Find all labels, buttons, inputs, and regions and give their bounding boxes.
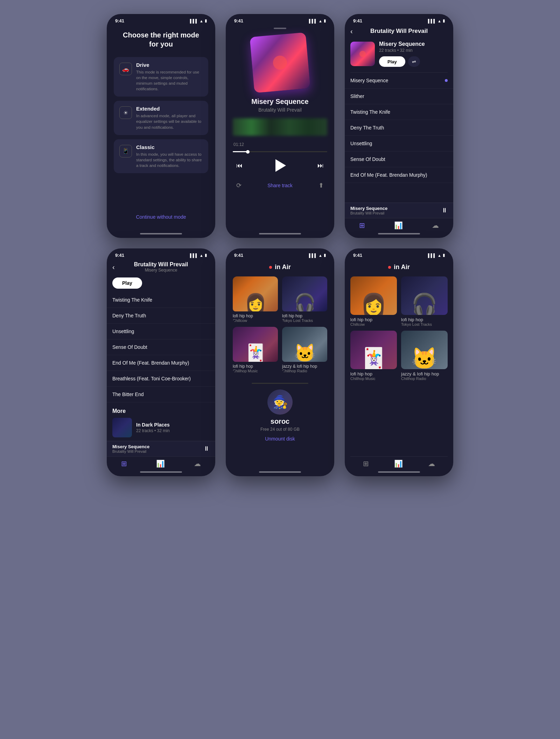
phone-now-playing: 9:41 ▌▌▌ ▲ ▮ Misery Sequence Brutality W… xyxy=(226,14,334,238)
p6-card-1[interactable]: 👩 lofi hip hop Chillcow xyxy=(350,276,397,326)
phone-choose-mode: 9:41 ▌▌▌ ▲ ▮ Choose the right modefor yo… xyxy=(107,14,215,238)
playing-indicator xyxy=(445,79,448,82)
play-album-button[interactable]: Play xyxy=(379,56,405,67)
progress-bar[interactable] xyxy=(233,151,327,152)
p6-card-2[interactable]: 🎧 lofi hip hop Tokyo Lost Tracks xyxy=(401,276,448,326)
share-track-button[interactable]: Share track xyxy=(267,183,293,188)
home-indicator-2 xyxy=(259,233,301,234)
album-meta: Misery Sequence 22 tracks • 32 min Play … xyxy=(379,41,425,67)
play-button[interactable] xyxy=(274,159,286,172)
phone-track-list: 9:41 ▌▌▌ ▲ ▮ ‹ Brutality Will Prevail Mi… xyxy=(107,248,215,476)
time-6: 9:41 xyxy=(353,253,362,258)
p6-card-3[interactable]: 🃏 lofi hip hop Chillhop Music xyxy=(350,331,397,381)
track-name-4: Deny The Truth xyxy=(350,125,384,131)
back-button-4[interactable]: ‹ xyxy=(112,263,115,271)
radio-card-1[interactable]: 👩 lofi hip hop Chillcow xyxy=(233,276,278,323)
signal-icon-4: ▌▌▌ xyxy=(190,253,198,258)
p6-figure-2: 🎧 xyxy=(411,294,438,315)
p4-track-name-2: Deny The Truth xyxy=(112,313,146,318)
back-button-3[interactable]: ‹ xyxy=(350,27,353,35)
progress-thumb xyxy=(246,150,250,154)
radio-art-1: 👩 xyxy=(233,276,278,311)
continue-without-mode[interactable]: Continue without mode xyxy=(114,207,208,225)
battery-icon: ▮ xyxy=(205,19,207,23)
waveform xyxy=(233,118,327,139)
phone-album-detail: 9:41 ▌▌▌ ▲ ▮ ‹ Brutality Will Prevail Mi… xyxy=(345,14,453,238)
radio-grid-screen: in Air 👩 lofi hip hop Chillcow 🎧 lofi hi… xyxy=(345,259,453,469)
track-item-1[interactable]: Misery Sequence xyxy=(345,73,453,89)
p6-source-3: Chillhop Music xyxy=(350,376,397,381)
track-item-2[interactable]: Slither xyxy=(345,89,453,104)
p4-track-3[interactable]: Unsettling xyxy=(107,324,215,339)
track-name-3: Twisting The Knife xyxy=(350,109,390,115)
track-name-2: Slither xyxy=(350,93,364,99)
album-art-small xyxy=(350,42,375,66)
radio-card-2[interactable]: 🎧 lofi hip hop Tokyo Lost Tracks xyxy=(282,276,327,323)
equalizer-nav-icon[interactable]: 📊 xyxy=(394,221,403,230)
prev-button[interactable] xyxy=(236,162,243,169)
cloud-nav-icon-6[interactable]: ☁ xyxy=(428,459,435,468)
next-button[interactable] xyxy=(317,162,324,169)
repeat-icon[interactable]: ⟳ xyxy=(236,182,241,189)
artist-name: Brutality Will Prevail xyxy=(251,107,308,113)
cloud-nav-icon-4[interactable]: ☁ xyxy=(194,459,201,468)
cloud-nav-icon[interactable]: ☁ xyxy=(432,221,439,230)
mode-card-drive[interactable]: 🚗 Drive This mode is recommended for use… xyxy=(114,57,208,97)
p4-track-4[interactable]: Sense Of Doubt xyxy=(107,339,215,355)
status-icons-5: ▌▌▌ ▲ ▮ xyxy=(309,253,326,258)
share-icon[interactable]: ⬆ xyxy=(318,182,324,189)
track-item-3[interactable]: Twisting The Knife xyxy=(345,104,453,120)
mode-card-classic[interactable]: 📱 Classic In this mode, you will have ac… xyxy=(114,139,208,173)
grid-nav-icon[interactable]: ⊞ xyxy=(359,221,365,230)
drive-mode-desc: This mode is recommended for use on the … xyxy=(136,69,203,92)
classic-mode-desc: In this mode, you will have access to st… xyxy=(136,152,203,168)
p6-art-2: 🎧 xyxy=(401,276,448,315)
track-name: Misery Sequence xyxy=(251,98,308,106)
extended-mode-desc: In advanced mode, all player and equaliz… xyxy=(136,113,203,130)
radio-source-4: Chillhop Radio xyxy=(282,369,327,373)
pause-button-3[interactable]: ⏸ xyxy=(441,207,448,214)
status-bar-6: 9:41 ▌▌▌ ▲ ▮ xyxy=(345,248,453,259)
home-indicator-4 xyxy=(140,471,182,473)
time-4: 9:41 xyxy=(115,253,124,258)
more-album-card[interactable]: In Dark Places 22 tracks • 32 min xyxy=(112,418,210,437)
status-bar-2: 9:41 ▌▌▌ ▲ ▮ xyxy=(226,14,334,25)
track-item-4[interactable]: Deny The Truth xyxy=(345,120,453,136)
radio-art-3: 🃏 xyxy=(233,327,278,362)
home-indicator-5 xyxy=(259,471,301,473)
radio-title-6: in Air xyxy=(394,263,410,271)
grid-nav-icon-4[interactable]: ⊞ xyxy=(121,459,127,468)
status-bar-1: 9:41 ▌▌▌ ▲ ▮ xyxy=(107,14,215,25)
p4-play-button[interactable]: Play xyxy=(112,277,142,289)
mini-track-info: Misery Sequence Brutality Will Prevail xyxy=(350,206,441,215)
p4-track-2[interactable]: Deny The Truth xyxy=(107,308,215,324)
grid-nav-icon-6[interactable]: ⊞ xyxy=(363,459,369,468)
album-action-btns: Play ⇌ xyxy=(379,56,425,67)
radio-grid-6: 👩 lofi hip hop Chillcow 🎧 lofi hip hop T… xyxy=(350,276,448,381)
p4-track-6[interactable]: Breathless (Feat. Toni Coe-Brooker) xyxy=(107,371,215,387)
drive-icon: 🚗 xyxy=(119,63,132,75)
shuffle-button[interactable]: ⇌ xyxy=(408,56,420,67)
radio-title-5: in Air xyxy=(275,263,290,271)
wifi-icon-4: ▲ xyxy=(200,253,203,258)
radio-card-4[interactable]: 🐱 jazzy & lofi hip hop Chillhop Radio xyxy=(282,327,327,373)
p4-track-5[interactable]: End Of Me (Feat. Brendan Murphy) xyxy=(107,355,215,371)
track-item-7[interactable]: End Of Me (Feat. Brendan Murphy) xyxy=(345,167,453,183)
track-name-6: Sense Of Doubt xyxy=(350,156,385,162)
p6-art-3: 🃏 xyxy=(350,331,397,369)
unmount-button[interactable]: Unmount disk xyxy=(265,436,295,442)
track-item-6[interactable]: Sense Of Doubt xyxy=(345,152,453,167)
p4-track-1[interactable]: Twisting The Knife xyxy=(107,292,215,308)
track-item-5[interactable]: Unsettling xyxy=(345,136,453,152)
equalizer-nav-icon-6[interactable]: 📊 xyxy=(394,459,403,468)
pause-button-4[interactable]: ⏸ xyxy=(203,445,210,452)
p6-card-4[interactable]: 🐱 jazzy & lofi hip hop Chillhop Radio xyxy=(401,331,448,381)
mode-title: Choose the right modefor you xyxy=(114,30,208,49)
radio-card-3[interactable]: 🃏 lofi hip hop Chillhop Music xyxy=(233,327,278,373)
status-icons-6: ▌▌▌ ▲ ▮ xyxy=(428,253,445,258)
p4-track-7[interactable]: The Bitter End xyxy=(107,387,215,402)
battery-icon-4: ▮ xyxy=(205,253,207,258)
p4-play-container: Play xyxy=(107,274,215,292)
equalizer-nav-icon-4[interactable]: 📊 xyxy=(156,459,165,468)
mode-card-extended[interactable]: ☀ Extended In advanced mode, all player … xyxy=(114,101,208,135)
